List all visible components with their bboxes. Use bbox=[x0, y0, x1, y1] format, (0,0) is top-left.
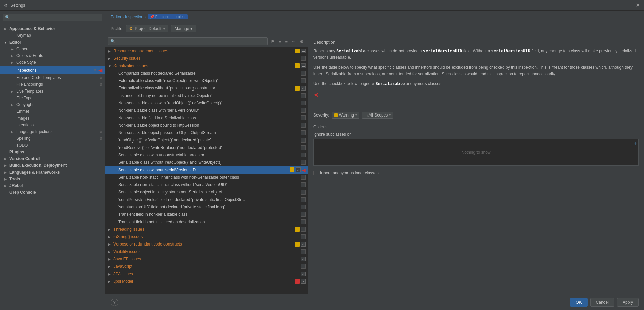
sidebar-item-general[interactable]: ▶ General bbox=[0, 46, 105, 52]
insp-checkbox[interactable] bbox=[301, 123, 306, 128]
insp-checkbox[interactable] bbox=[301, 197, 306, 202]
insp-item-verbose[interactable]: ▶ Verbose or redundant code constructs ✓ bbox=[105, 240, 308, 248]
insp-item-non-serial-output[interactable]: Non-serializable object passed to Object… bbox=[105, 129, 308, 136]
insp-item-threading[interactable]: ▶ Threading issues — bbox=[105, 226, 308, 233]
insp-checkbox[interactable]: — bbox=[301, 49, 306, 53]
insp-checkbox[interactable] bbox=[301, 145, 306, 150]
sidebar-search[interactable] bbox=[0, 11, 105, 24]
insp-item-jpa[interactable]: ▶ JPA issues ✓ bbox=[105, 270, 308, 278]
settings-button[interactable]: ⚙ bbox=[298, 38, 305, 45]
sidebar-item-copyright[interactable]: ▶ Copyright bbox=[0, 101, 105, 108]
insp-checkbox[interactable] bbox=[301, 108, 306, 113]
insp-item-non-serial-read[interactable]: Non-serializable class with 'readObject(… bbox=[105, 99, 308, 107]
sidebar-item-live-templates[interactable]: ▶ Live Templates bbox=[0, 88, 105, 95]
sidebar-item-file-encodings[interactable]: File Encodings ⧉ bbox=[0, 81, 105, 88]
insp-checkbox[interactable] bbox=[301, 153, 306, 157]
add-button[interactable]: + bbox=[633, 140, 637, 148]
insp-item-jpdl[interactable]: ▶ Jpdl Model ✓ bbox=[105, 278, 308, 285]
insp-item-serial-persistent[interactable]: 'serialPersistentFields' field not decla… bbox=[105, 196, 308, 203]
insp-item-visibility[interactable]: ▶ Visibility issues — bbox=[105, 248, 308, 255]
sidebar-item-code-style[interactable]: ▶ Code Style bbox=[0, 59, 105, 66]
insp-item-externalizable-pub[interactable]: Externalizable class without 'public' no… bbox=[105, 84, 308, 92]
insp-checkbox[interactable] bbox=[301, 78, 306, 83]
insp-checkbox[interactable]: — bbox=[301, 227, 306, 232]
insp-checkbox[interactable] bbox=[301, 182, 306, 187]
insp-checkbox[interactable] bbox=[301, 138, 306, 143]
filter-button[interactable]: ⚑ bbox=[269, 38, 276, 45]
scope-dropdown[interactable]: In All Scopes ▾ bbox=[362, 112, 393, 119]
insp-checkbox[interactable] bbox=[301, 56, 306, 61]
sidebar-item-file-types[interactable]: File Types bbox=[0, 95, 105, 101]
sidebar-item-colors-fonts[interactable]: ▶ Colors & Fonts bbox=[0, 52, 105, 59]
sidebar-item-intentions[interactable]: Intentions bbox=[0, 122, 105, 128]
apply-button[interactable]: Apply bbox=[617, 298, 639, 307]
sidebar-item-appearance[interactable]: ▶ Appearance & Behavior bbox=[0, 25, 105, 32]
insp-item-non-serial-http[interactable]: Non-serializable object bound to HttpSes… bbox=[105, 122, 308, 129]
insp-checkbox[interactable] bbox=[301, 219, 306, 224]
insp-checkbox[interactable] bbox=[301, 205, 306, 209]
sidebar-item-keymap[interactable]: Keymap bbox=[0, 32, 105, 39]
insp-item-serialization[interactable]: ▼ Serialization issues — ◀ bbox=[105, 62, 308, 70]
insp-item-javaee[interactable]: ▶ Java EE issues ✓ bbox=[105, 255, 308, 263]
severity-dropdown[interactable]: Warning ▾ bbox=[332, 112, 359, 119]
sidebar-item-editor[interactable]: ▼ Editor bbox=[0, 39, 105, 46]
insp-item-transient-non-serial[interactable]: Transient field in non-serializable clas… bbox=[105, 211, 308, 218]
sidebar-item-images[interactable]: Images bbox=[0, 115, 105, 122]
insp-item-instance-field[interactable]: Instance field may not be initialized by… bbox=[105, 92, 308, 99]
insp-item-read-protected[interactable]: 'readResolve()' or 'writeReplace()' not … bbox=[105, 144, 308, 151]
insp-checkbox[interactable] bbox=[301, 93, 306, 98]
insp-checkbox[interactable] bbox=[301, 101, 306, 105]
insp-checkbox[interactable] bbox=[301, 71, 306, 76]
ok-button[interactable]: OK bbox=[570, 298, 587, 307]
sidebar-item-file-code-templates[interactable]: File and Code Templates ⧉ bbox=[0, 74, 105, 81]
ignore-anon-checkbox[interactable] bbox=[313, 171, 318, 175]
insp-checkbox[interactable] bbox=[301, 160, 306, 165]
sidebar-item-jrebel[interactable]: ▶ JRebel bbox=[0, 182, 105, 189]
insp-checkbox[interactable]: ✓ bbox=[301, 242, 306, 247]
sidebar-item-tools[interactable]: ▶ Tools bbox=[0, 176, 105, 182]
insp-item-serial-no-rw[interactable]: Serializable class without 'readObject()… bbox=[105, 159, 308, 166]
sidebar-item-plugins[interactable]: Plugins bbox=[0, 149, 105, 155]
sidebar-item-spelling[interactable]: Spelling ⧉ bbox=[0, 135, 105, 142]
insp-item-read-private[interactable]: 'readObject()' or 'writeObject()' not de… bbox=[105, 136, 308, 144]
insp-checkbox[interactable] bbox=[301, 130, 306, 135]
sidebar-item-version-control[interactable]: ▶ Version Control bbox=[0, 155, 105, 162]
profile-dropdown[interactable]: ⚙ Project Default ▾ bbox=[126, 25, 168, 32]
insp-checkbox[interactable]: ✓ bbox=[301, 257, 306, 261]
insp-checkbox[interactable] bbox=[301, 190, 306, 195]
insp-checkbox[interactable] bbox=[301, 234, 306, 239]
insp-checkbox[interactable] bbox=[301, 115, 306, 120]
sidebar-item-grep-console[interactable]: Grep Console bbox=[0, 189, 105, 196]
insp-checkbox[interactable] bbox=[301, 212, 306, 217]
insp-item-serial-version-long[interactable]: 'serialVersionUID' field not declared 'p… bbox=[105, 203, 308, 211]
insp-checkbox[interactable]: ✓ bbox=[301, 279, 306, 284]
inspections-search-input[interactable] bbox=[108, 37, 268, 45]
sidebar-search-input[interactable] bbox=[3, 14, 102, 21]
insp-item-serial-no-version[interactable]: Serializable class without 'serialVersio… bbox=[105, 166, 308, 174]
sidebar-item-languages[interactable]: ▶ Languages & Frameworks bbox=[0, 169, 105, 176]
insp-checkbox[interactable]: ✓ bbox=[301, 86, 306, 91]
insp-item-resource-mgmt[interactable]: ▶ Resource management issues — bbox=[105, 47, 308, 55]
manage-button[interactable]: Manage ▾ bbox=[171, 25, 196, 32]
insp-item-transient-uninit[interactable]: Transient field is not initialized on de… bbox=[105, 218, 308, 226]
expand-all-button[interactable]: ≡ bbox=[277, 38, 283, 45]
insp-checkbox[interactable]: — bbox=[301, 63, 306, 68]
insp-item-non-serial-version[interactable]: Non-serializable class with 'serialVersi… bbox=[105, 107, 308, 114]
sidebar-item-inspections[interactable]: Inspections ⧉ ◀ bbox=[0, 66, 105, 74]
cancel-button[interactable]: Cancel bbox=[590, 298, 614, 307]
insp-item-serial-implicit[interactable]: Serializable object implicitly stores no… bbox=[105, 188, 308, 196]
insp-item-serial-unconstructable[interactable]: Serializable class with unconstructable … bbox=[105, 151, 308, 159]
breadcrumb-editor[interactable]: Editor bbox=[111, 15, 121, 19]
insp-item-comparator[interactable]: Comparator class not declared Serializab… bbox=[105, 70, 308, 77]
insp-item-serial-nonstatic2[interactable]: Serializable non-'static' inner class wi… bbox=[105, 181, 308, 188]
breadcrumb-inspections[interactable]: Inspections bbox=[125, 15, 146, 19]
collapse-all-button[interactable]: ≡ bbox=[284, 38, 289, 45]
insp-item-javascript[interactable]: ▶ JavaScript — bbox=[105, 263, 308, 270]
insp-item-security[interactable]: ▶ Security issues bbox=[105, 55, 308, 62]
close-button[interactable]: ✕ bbox=[636, 2, 640, 8]
insp-checkbox[interactable]: — bbox=[301, 249, 306, 254]
insp-item-non-serial-field[interactable]: Non-serializable field in a Serializable… bbox=[105, 114, 308, 122]
sidebar-item-language-injections[interactable]: ▶ Language Injections ⧉ bbox=[0, 128, 105, 135]
help-button[interactable]: ? bbox=[111, 299, 118, 306]
sidebar-item-emmet[interactable]: Emmet bbox=[0, 108, 105, 115]
